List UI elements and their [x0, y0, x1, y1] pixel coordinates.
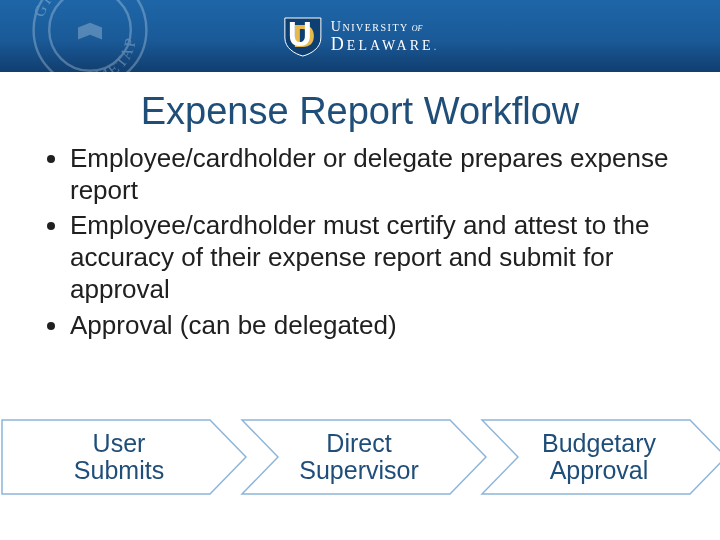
logo-line2-dot: .: [434, 41, 440, 52]
chevron-label-line: Budgetary: [542, 430, 656, 458]
chevron-step-3: Budgetary Approval: [480, 418, 720, 496]
logo-line1-first: U: [331, 20, 343, 34]
header-band: GRAMM METAP U NIVERSITY OF: [0, 0, 720, 72]
bullet-list: Employee/cardholder or delegate prepares…: [42, 143, 678, 341]
university-logo: U NIVERSITY OF DELAWARE.: [281, 14, 439, 58]
process-chevrons: User Submits Direct Supervisor Budgetary…: [0, 412, 720, 502]
bullet-item: Approval (can be delegated): [70, 310, 678, 342]
logo-line2-first: D: [331, 34, 347, 54]
logo-line2-word: ELAWARE: [347, 38, 434, 53]
logo-line1-of: OF: [412, 25, 423, 33]
bullet-item: Employee/cardholder must certify and att…: [70, 210, 678, 305]
svg-text:GRAMM: GRAMM: [30, 0, 100, 19]
chevron-label-line: Approval: [542, 457, 656, 485]
chevron-step-2: Direct Supervisor: [240, 418, 490, 496]
logo-line1-word: NIVERSITY: [342, 23, 408, 33]
slide-title: Expense Report Workflow: [0, 90, 720, 133]
chevron-label-line: Submits: [74, 457, 164, 485]
logo-text: U NIVERSITY OF DELAWARE.: [331, 20, 439, 53]
ud-monogram-icon: [281, 14, 325, 58]
chevron-label-line: User: [74, 430, 164, 458]
university-seal-icon: GRAMM METAP: [30, 0, 150, 72]
bullet-item: Employee/cardholder or delegate prepares…: [70, 143, 678, 206]
chevron-label-line: Direct: [299, 430, 419, 458]
chevron-label-line: Supervisor: [299, 457, 419, 485]
chevron-step-1: User Submits: [0, 418, 250, 496]
